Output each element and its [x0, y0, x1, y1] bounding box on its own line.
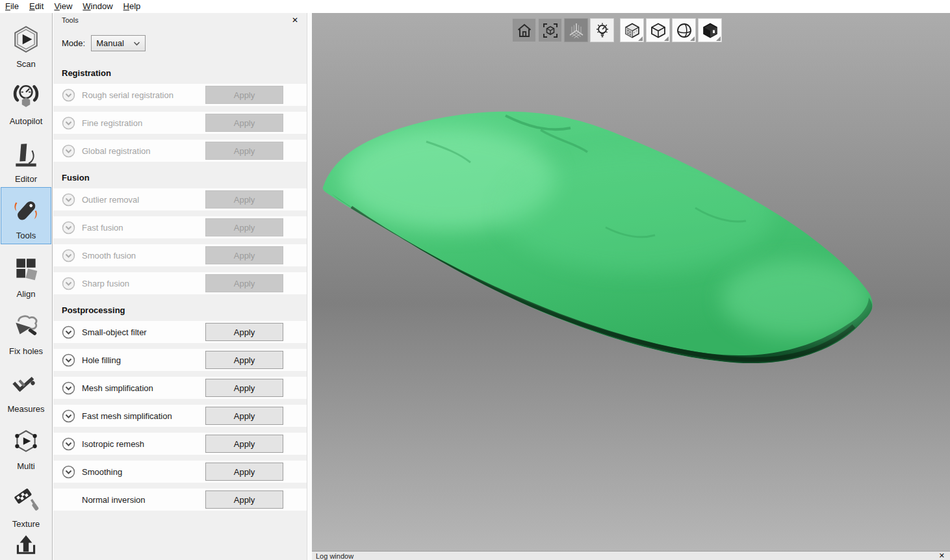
sidebar-item-label: Multi: [17, 461, 34, 471]
menu-window-rest: indow: [91, 1, 113, 11]
close-icon[interactable]: ✕: [292, 16, 298, 24]
menu-help-rest: elp: [129, 1, 140, 11]
menu-edit-accel: E: [29, 1, 35, 11]
sidebar-item-measures[interactable]: Measures: [1, 359, 51, 417]
viewport-toolbar: [512, 18, 722, 42]
mode-dropdown-value: Manual: [96, 38, 124, 48]
expand-chevron-icon[interactable]: [62, 465, 75, 479]
home-icon[interactable]: [512, 18, 536, 42]
menu-help-accel: H: [123, 1, 129, 11]
tool-label: Fast fusion: [82, 223, 123, 233]
tool-label: Outlier removal: [82, 195, 139, 205]
publish-icon: [11, 534, 41, 560]
expand-chevron-icon[interactable]: [62, 353, 75, 367]
section-header-postprocessing: Postprocessing: [53, 300, 307, 321]
sidebar-item-multi[interactable]: Multi: [1, 417, 51, 475]
editor-icon: [11, 140, 41, 172]
apply-button[interactable]: Apply: [205, 323, 283, 341]
apply-button[interactable]: Apply: [205, 407, 283, 425]
apply-button[interactable]: Apply: [205, 114, 283, 132]
solid-cube-icon[interactable]: [646, 18, 670, 42]
tool-row-fast-mesh-simplification: Fast mesh simplification Apply: [53, 405, 307, 427]
sidebar-item-autopilot[interactable]: Autopilot: [1, 72, 51, 130]
menu-file-rest: ile: [10, 1, 19, 11]
multi-icon: [11, 427, 41, 459]
expand-chevron-icon[interactable]: [62, 116, 75, 130]
fix-holes-icon: [11, 312, 41, 344]
apply-button[interactable]: Apply: [205, 435, 283, 453]
sidebar-item-publish[interactable]: [1, 534, 51, 560]
tool-row-hole-filling: Hole filling Apply: [53, 349, 307, 371]
tool-row-small-object-filter: Small-object filter Apply: [53, 321, 307, 343]
sidebar-item-label: Editor: [15, 174, 37, 184]
expand-chevron-icon[interactable]: [62, 144, 75, 158]
tools-panel-title: Tools: [62, 16, 79, 24]
sidebar-item-tools[interactable]: Tools: [1, 187, 51, 245]
mode-dropdown[interactable]: Manual: [91, 35, 146, 51]
sidebar-item-label: Align: [17, 289, 36, 299]
green-scanned-mesh[interactable]: [312, 13, 950, 551]
apply-button[interactable]: Apply: [205, 218, 283, 236]
viewport-canvas[interactable]: [312, 13, 950, 551]
menu-view[interactable]: View: [49, 0, 77, 13]
sidebar-item-label: Autopilot: [10, 116, 43, 126]
expand-chevron-icon[interactable]: [62, 193, 75, 207]
sidebar-item-label: Scan: [16, 59, 36, 69]
tool-label: Fast mesh simplification: [82, 411, 172, 421]
tool-label: Smooth fusion: [82, 251, 136, 261]
expand-chevron-icon[interactable]: [62, 88, 75, 102]
sidebar-item-fix-holes[interactable]: Fix holes: [1, 302, 51, 360]
close-icon[interactable]: ✕: [939, 552, 945, 559]
sidebar-item-label: Measures: [7, 404, 44, 414]
sidebar-item-texture[interactable]: Texture: [1, 474, 51, 532]
expand-chevron-icon[interactable]: [62, 325, 75, 339]
viewport-3d: Log window ✕: [312, 13, 950, 560]
workflow-sidebar: Scan Autopilot: [0, 13, 53, 560]
tool-label: Global registration: [82, 146, 151, 156]
expand-chevron-icon[interactable]: [62, 409, 75, 423]
tool-label: Mesh simplification: [82, 383, 153, 393]
tool-row-isotropic-remesh: Isotropic remesh Apply: [53, 433, 307, 455]
menu-file[interactable]: File: [0, 0, 24, 13]
expand-chevron-icon[interactable]: [62, 221, 75, 235]
menu-edit[interactable]: Edit: [24, 0, 49, 13]
expand-chevron-icon[interactable]: [62, 277, 75, 290]
apply-button[interactable]: Apply: [205, 142, 283, 160]
scan-icon: [11, 25, 41, 57]
expand-chevron-icon[interactable]: [62, 437, 75, 451]
autopilot-icon: [11, 82, 41, 114]
textured-cube-icon[interactable]: [620, 18, 644, 42]
menu-help[interactable]: Help: [118, 0, 146, 13]
apply-button[interactable]: Apply: [205, 463, 283, 481]
apply-button[interactable]: Apply: [205, 490, 283, 509]
grid-icon[interactable]: [564, 18, 588, 42]
panel-splitter[interactable]: [307, 13, 312, 560]
sidebar-item-editor[interactable]: Editor: [1, 129, 51, 187]
sidebar-item-align[interactable]: Align: [1, 244, 51, 302]
expand-chevron-icon[interactable]: [62, 381, 75, 395]
tools-panel-header: Tools ✕: [53, 13, 307, 27]
tool-label: Isotropic remesh: [82, 439, 144, 449]
menu-window[interactable]: Window: [77, 0, 118, 13]
lightbulb-icon[interactable]: [590, 18, 614, 42]
smooth-sphere-icon[interactable]: [672, 18, 696, 42]
apply-button[interactable]: Apply: [205, 190, 283, 209]
apply-button[interactable]: Apply: [205, 274, 283, 292]
apply-button[interactable]: Apply: [205, 86, 283, 104]
mode-row: Mode: Manual: [62, 35, 298, 51]
fit-view-icon[interactable]: [538, 18, 562, 42]
tool-row-normal-inversion: Normal inversion Apply: [53, 489, 307, 511]
sidebar-item-scan[interactable]: Scan: [1, 14, 51, 72]
log-window-header[interactable]: Log window ✕: [312, 551, 950, 560]
apply-button[interactable]: Apply: [205, 379, 283, 397]
apply-button[interactable]: Apply: [205, 246, 283, 264]
tool-label: Sharp fusion: [82, 279, 129, 288]
chevron-down-icon: [133, 38, 140, 48]
tool-label: Fine registration: [82, 118, 142, 128]
tool-row-smooth-fusion: Smooth fusion Apply: [53, 244, 307, 266]
tools-panel: Tools ✕ Mode: Manual Registration Rough …: [53, 13, 307, 560]
sidebar-item-label: Fix holes: [9, 346, 43, 356]
expand-chevron-icon[interactable]: [62, 249, 75, 262]
xray-cube-icon[interactable]: [698, 18, 722, 42]
apply-button[interactable]: Apply: [205, 351, 283, 369]
